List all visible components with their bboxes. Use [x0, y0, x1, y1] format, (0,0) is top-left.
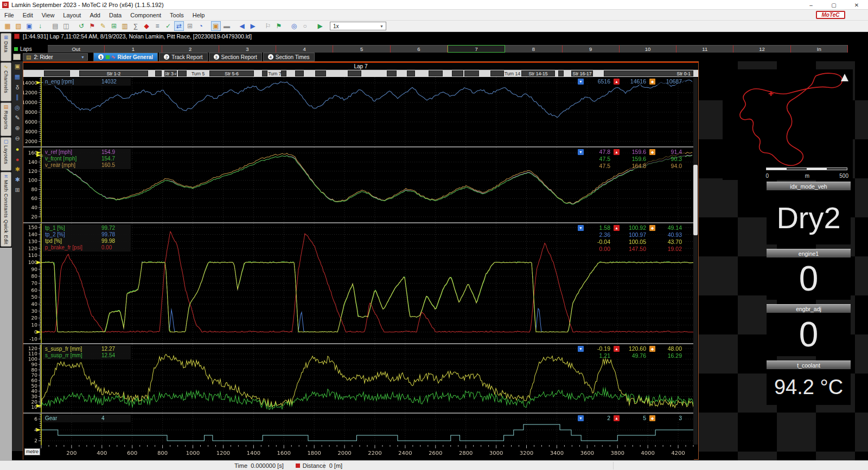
lap-cell-9[interactable]: 9	[563, 45, 620, 53]
video-strip-icon[interactable]: ▬	[222, 21, 232, 31]
section-segment[interactable]	[387, 70, 397, 76]
menu-tools[interactable]: Tools	[165, 11, 188, 20]
vertical-scrollbar[interactable]	[693, 78, 698, 445]
lap-cell-6[interactable]: 6	[391, 45, 448, 53]
export-excel-icon[interactable]: ⊞	[109, 21, 119, 31]
menu-file[interactable]: File	[0, 11, 18, 20]
sidebar-tab-data[interactable]: ⊞Data	[1, 33, 11, 61]
playback-speed-select[interactable]: 1x▼	[330, 22, 386, 30]
zoom-out-icon[interactable]: ⊖	[12, 133, 23, 144]
alarm-icon[interactable]: ◆	[142, 21, 151, 31]
print-preview-icon[interactable]: ◫	[61, 21, 71, 31]
next-lap-icon[interactable]: ▶	[248, 21, 258, 31]
values-grid-icon[interactable]: ⊞	[12, 185, 23, 195]
track-map[interactable]: + 0 m 500	[723, 69, 853, 180]
lap-cell-7[interactable]: 7	[448, 45, 505, 53]
section-turn-14[interactable]: Turn 14	[504, 70, 520, 76]
lap-cell-out[interactable]: Out	[48, 45, 105, 53]
section-segment[interactable]	[178, 70, 187, 76]
zoom-stop-icon[interactable]: ●	[12, 154, 23, 164]
edit-icon[interactable]: ✎	[98, 21, 108, 31]
zoom-data-icon[interactable]: ◎	[289, 21, 299, 31]
section-str-5-6[interactable]: Str 5-6	[209, 70, 254, 76]
section-str-14-15[interactable]: Str 14-15	[521, 70, 556, 76]
lap-cell-8[interactable]: 8	[505, 45, 562, 53]
lap-cell-4[interactable]: 4	[276, 45, 333, 53]
section-bar[interactable]: Str 1-2Str 3-4Turn 5Str 5-6Turn 7Turn 14…	[23, 70, 698, 77]
section-segment[interactable]	[558, 70, 564, 76]
x-axis-unit[interactable]: metre	[24, 448, 40, 455]
section-segment[interactable]	[281, 70, 286, 76]
lap-cell-10[interactable]: 10	[620, 45, 676, 53]
section-turn-7[interactable]: Turn 7	[268, 70, 281, 76]
save-icon[interactable]: ▣	[24, 21, 34, 31]
lap-cell-5[interactable]: 5	[333, 45, 390, 53]
section-str-3-4[interactable]: Str 3-4	[164, 70, 177, 76]
open-worksheet-icon[interactable]: ▧	[14, 21, 23, 31]
play-icon[interactable]: ▶	[315, 21, 325, 31]
section-segment[interactable]	[407, 70, 414, 76]
verify-icon[interactable]: ✓	[163, 21, 173, 31]
compare-icon[interactable]: ▥	[120, 21, 130, 31]
swap-axes-icon[interactable]: ⇄	[174, 21, 184, 31]
sidebar-tab-reports[interactable]: ▤Reports	[1, 102, 11, 136]
display-icon[interactable]: ▣	[12, 61, 23, 72]
section-str-16-17[interactable]: Str 16-17	[571, 70, 593, 76]
sidebar-tab-math[interactable]: πMath Constants Quick Edit	[1, 172, 11, 247]
zoom-window-icon[interactable]: ◎	[12, 102, 23, 113]
overlay-window-icon[interactable]: ▣	[211, 21, 221, 31]
zoom-home-icon[interactable]: ●	[12, 144, 23, 154]
menu-component[interactable]: Component	[126, 11, 165, 20]
menu-edit[interactable]: Edit	[18, 11, 37, 20]
section-segment[interactable]	[429, 70, 443, 76]
sidebar-tab-layouts[interactable]: ▢Layouts	[1, 137, 11, 171]
section-segment[interactable]	[452, 70, 463, 76]
scrollbar-thumb[interactable]	[693, 165, 698, 235]
section-segment[interactable]	[348, 70, 361, 76]
section-segment[interactable]	[262, 70, 267, 76]
section-str-1-2[interactable]: Str 1-2	[79, 70, 148, 76]
chart-0-plot[interactable]	[23, 77, 694, 146]
lap-cell-in[interactable]: In	[791, 45, 848, 53]
flag-add-icon[interactable]: ⚑	[274, 21, 284, 31]
flag-white-icon[interactable]: ⚐	[263, 21, 273, 31]
menu-layout[interactable]: Layout	[59, 11, 85, 20]
revert-icon[interactable]: ↺	[76, 21, 86, 31]
section-turn-5[interactable]: Turn 5	[189, 70, 207, 76]
delta-icon[interactable]: δ	[12, 82, 23, 92]
section-segment[interactable]	[464, 70, 478, 76]
lap-cell-11[interactable]: 11	[676, 45, 733, 53]
menu-help[interactable]: Help	[188, 11, 209, 20]
section-segment[interactable]	[295, 70, 304, 76]
section-segment[interactable]	[44, 70, 70, 76]
sidebar-tab-channels[interactable]: ∿Channels	[1, 62, 11, 101]
zoom-in-icon[interactable]: ⊕	[12, 123, 23, 133]
tab-section-times[interactable]: 4Section Times	[263, 53, 315, 61]
tab-rider-general[interactable]: 1∿Rider General	[93, 53, 158, 61]
section-segment[interactable]	[315, 70, 326, 76]
flag-marker-icon[interactable]: ⚑	[87, 21, 97, 31]
lap-cell-3[interactable]: 3	[219, 45, 276, 53]
menu-view[interactable]: View	[37, 11, 59, 20]
lap-cell-2[interactable]: 2	[162, 45, 219, 53]
lap-cell-1[interactable]: 1	[105, 45, 162, 53]
maximize-button[interactable]: ▢	[822, 0, 845, 10]
window-controls[interactable]: –▢✕	[800, 0, 868, 10]
values-table-icon[interactable]: ⊞	[185, 21, 195, 31]
tab-section-report[interactable]: 3Section Report	[209, 53, 262, 61]
menu-data[interactable]: Data	[105, 11, 126, 20]
panel-icon[interactable]: ▦	[12, 72, 23, 82]
import-data-icon[interactable]: ↓	[35, 21, 45, 31]
zoom-settings-b-icon[interactable]: ✱	[12, 175, 23, 185]
zoom-clear-icon[interactable]: ○	[300, 21, 310, 31]
close-button[interactable]: ✕	[845, 0, 868, 10]
time-distance-icon[interactable]: ◔	[196, 21, 206, 31]
comment-icon[interactable]: ✎	[12, 113, 23, 123]
zoom-settings-a-icon[interactable]: ✱	[12, 164, 23, 175]
worksheet-group-dropdown[interactable]: ▤ 2: Rider ▼	[23, 53, 88, 61]
properties-icon[interactable]: ≡	[152, 21, 162, 31]
maths-icon[interactable]: ∑	[131, 21, 141, 31]
section-str-0-1[interactable]: Str 0-1	[604, 70, 693, 76]
new-worksheet-icon[interactable]: ▦	[3, 21, 12, 31]
tab-track-report[interactable]: 2Track Report	[159, 53, 207, 61]
